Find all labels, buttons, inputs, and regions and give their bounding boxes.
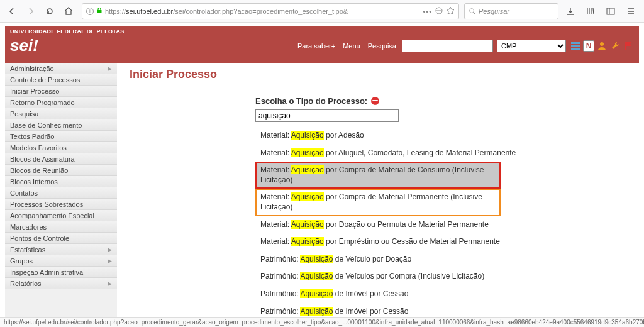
- svg-rect-0: [97, 10, 102, 13]
- process-type-item[interactable]: Material: Aquisição por Compra de Materi…: [255, 162, 501, 189]
- process-type-item[interactable]: Patrimônio: Aquisição de Imóvel por Cess…: [255, 285, 626, 303]
- sidebar-item[interactable]: Retorno Programado: [5, 97, 117, 108]
- process-type-item[interactable]: Material: Aquisição por Adesão: [255, 127, 626, 145]
- sidebar-item[interactable]: Relatórios▶: [5, 278, 117, 289]
- collapse-icon[interactable]: [371, 97, 379, 105]
- process-type-item[interactable]: Material: Aquisição por Aluguel, Comodat…: [255, 145, 626, 162]
- link-menu[interactable]: Menu: [343, 42, 360, 50]
- sidebar-item[interactable]: Administração▶: [5, 63, 117, 74]
- lock-icon: [96, 8, 103, 15]
- reload-button[interactable]: [42, 3, 58, 19]
- svg-rect-7: [571, 45, 574, 47]
- svg-rect-4: [571, 42, 574, 44]
- link-pesquisa[interactable]: Pesquisa: [368, 42, 396, 50]
- sidebar-item[interactable]: Controle de Processos: [5, 74, 117, 86]
- process-type-item[interactable]: Material: Aquisição por Compra de Materi…: [255, 189, 501, 216]
- process-type-list: Material: Aquisição por AdesãoMaterial: …: [255, 127, 626, 327]
- chevron-right-icon: ▶: [108, 65, 112, 72]
- chevron-right-icon: ▶: [108, 247, 112, 253]
- star-icon[interactable]: [446, 6, 455, 16]
- process-type-item[interactable]: Material: Aquisição por Doação ou Permut…: [255, 216, 626, 234]
- search-icon: [469, 8, 476, 15]
- sidebar-item[interactable]: Modelos Favoritos: [5, 142, 117, 153]
- browser-search[interactable]: Pesquisar: [464, 3, 558, 19]
- sidebar-item[interactable]: Marcadores: [5, 221, 117, 233]
- exit-icon[interactable]: [623, 40, 634, 52]
- info-icon: i: [86, 8, 94, 15]
- svg-rect-9: [577, 45, 580, 47]
- sidebar-item[interactable]: Blocos de Reunião: [5, 165, 117, 176]
- sidebar-item[interactable]: Estatísticas▶: [5, 244, 117, 255]
- sidebar-item[interactable]: Acompanhamento Especial: [5, 210, 117, 221]
- sidebar: Administração▶Controle de ProcessosInici…: [5, 63, 117, 327]
- process-type-item[interactable]: Material: Aquisição por Empréstimo ou Ce…: [255, 233, 626, 251]
- svg-rect-8: [574, 45, 577, 47]
- sidebar-item[interactable]: Textos Padrão: [5, 131, 117, 142]
- sidebar-item[interactable]: Pontos de Controle: [5, 233, 117, 244]
- svg-rect-3: [607, 8, 614, 14]
- browser-toolbar: i https://sei.ufpel.edu.br/sei/controlad…: [0, 0, 644, 23]
- sidebar-item[interactable]: Iniciar Processo: [5, 86, 117, 97]
- sidebar-item[interactable]: Inspeção Administrativa: [5, 267, 117, 278]
- address-bar[interactable]: i https://sei.ufpel.edu.br/sei/controlad…: [82, 3, 459, 19]
- filter-input[interactable]: [255, 109, 399, 122]
- ellipsis-icon[interactable]: •••: [423, 8, 432, 15]
- home-button[interactable]: [60, 3, 77, 19]
- institution-label: UNIVERSIDADE FEDERAL DE PELOTAS: [10, 28, 634, 35]
- menu-button[interactable]: [621, 3, 640, 19]
- user-icon[interactable]: [596, 40, 608, 52]
- page-title: Iniciar Processo: [130, 68, 626, 81]
- app-header: UNIVERSIDADE FEDERAL DE PELOTAS sei! Par…: [5, 26, 639, 63]
- svg-rect-6: [577, 42, 580, 44]
- chevron-right-icon: ▶: [108, 280, 112, 287]
- svg-rect-11: [574, 48, 577, 50]
- svg-rect-5: [574, 42, 577, 44]
- header-search-input[interactable]: [402, 40, 493, 52]
- unit-select[interactable]: CMP: [497, 40, 566, 52]
- section-label: Escolha o Tipo do Processo:: [255, 96, 626, 106]
- url-text: https://sei.ufpel.edu.br/sei/controlador…: [105, 8, 420, 15]
- back-button[interactable]: [4, 3, 20, 19]
- sidebar-item[interactable]: Pesquisa: [5, 108, 117, 119]
- sidebar-item[interactable]: Blocos Internos: [5, 176, 117, 187]
- forward-button[interactable]: [23, 3, 39, 19]
- svg-point-2: [470, 8, 474, 13]
- sidebar-item[interactable]: Processos Sobrestados: [5, 199, 117, 210]
- sidebar-button[interactable]: [601, 3, 620, 19]
- svg-point-13: [600, 42, 604, 46]
- sidebar-item[interactable]: Contatos: [5, 187, 117, 199]
- novidades-icon[interactable]: N: [583, 40, 594, 52]
- svg-rect-14: [625, 42, 626, 50]
- reader-icon[interactable]: [435, 6, 443, 16]
- sidebar-item[interactable]: Blocos de Assinatura: [5, 153, 117, 165]
- search-placeholder: Pesquisar: [479, 8, 509, 15]
- sidebar-item[interactable]: Base de Conhecimento: [5, 119, 117, 131]
- svg-rect-10: [571, 48, 574, 50]
- svg-rect-12: [577, 48, 580, 50]
- process-type-item[interactable]: Patrimônio: Aquisição de Veículo por Doa…: [255, 251, 626, 269]
- status-bar: https://sei.ufpel.edu.br/sei/controlador…: [0, 317, 644, 327]
- process-type-item[interactable]: Patrimônio: Aquisição de Veículos por Co…: [255, 268, 626, 285]
- link-para-saber[interactable]: Para saber+: [297, 42, 335, 50]
- wrench-icon[interactable]: [609, 40, 621, 52]
- library-button[interactable]: [581, 3, 600, 19]
- sidebar-item[interactable]: Grupos▶: [5, 255, 117, 267]
- sei-logo[interactable]: sei!: [10, 36, 38, 55]
- grid-icon[interactable]: [570, 40, 581, 52]
- downloads-button[interactable]: [561, 3, 580, 19]
- chevron-right-icon: ▶: [108, 258, 112, 264]
